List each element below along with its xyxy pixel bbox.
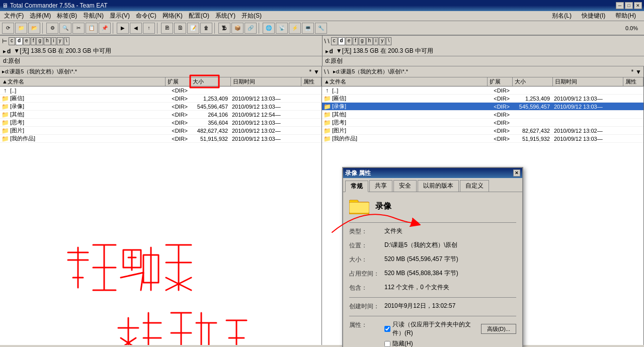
tb-btn-12[interactable]: 🖹: [161, 23, 173, 34]
close-button[interactable]: ✕: [634, 2, 642, 9]
percent-display: 0.0%: [625, 25, 642, 31]
dialog-contains-row: 包含： 112 个文件，0 个文件夹: [349, 283, 516, 293]
left-drive-root[interactable]: \: [64, 37, 69, 45]
title-bar-left: 🖥 Total Commander 7.55a - Team EAT: [2, 2, 108, 9]
tb-btn-18[interactable]: 🔗: [245, 23, 257, 34]
dialog-attr-label: 属性：: [349, 320, 384, 329]
left-drive-c[interactable]: c: [9, 37, 15, 45]
tb-btn-5[interactable]: 🔍: [59, 23, 71, 34]
tb-btn-22[interactable]: 💻: [302, 23, 314, 34]
dialog-attr-row: 属性： 只读（仅应用于文件夹中的文件）(R) 高级(D)... 隐藏(H): [349, 320, 516, 347]
tb-btn-14[interactable]: 📝: [187, 23, 199, 34]
minimize-button[interactable]: ─: [616, 2, 624, 9]
dialog-body: 录像 类型： 文件夹 位置： D:\课题5（我的文档）\原创 大小： 520 M…: [343, 192, 522, 347]
tb-btn-11[interactable]: ↑: [143, 23, 155, 34]
menu-system[interactable]: 系统(Y): [212, 11, 238, 21]
dialog-icon-row: 录像: [349, 198, 516, 214]
tab-share[interactable]: 共享: [369, 180, 392, 192]
tb-sep-1: [42, 23, 44, 34]
right-drive-btn2[interactable]: d: [329, 48, 334, 55]
toolbar: ⟳ 📁 📂 ⚙ 🔍 ✂ 📋 📌 ▶ ◀ ↑ 🖹 🖺 📝 🗑 🗜 📦 🔗 🌐 📡 …: [0, 21, 644, 35]
dialog-type-row: 类型： 文件夹: [349, 227, 516, 237]
menu-cmd[interactable]: 命令(C): [133, 11, 159, 21]
left-drive-e[interactable]: e: [23, 37, 30, 45]
dialog-sep-2: [349, 297, 516, 298]
dialog-disksize-row: 占用空间： 520 MB (545,808,384 字节): [349, 269, 516, 279]
tb-btn-23[interactable]: 🔧: [315, 23, 327, 34]
tb-btn-20[interactable]: 📡: [276, 23, 288, 34]
left-drive-i[interactable]: i: [51, 37, 56, 45]
left-drive-g[interactable]: g: [36, 37, 43, 45]
left-drive-f[interactable]: f: [31, 37, 36, 45]
right-drive-y[interactable]: y: [379, 37, 385, 45]
left-drive-btn[interactable]: d: [6, 48, 12, 55]
dialog-contains-label: 包含：: [349, 283, 384, 292]
menu-select[interactable]: 选择(M): [27, 11, 54, 21]
advanced-button[interactable]: 高级(D)...: [481, 324, 516, 334]
main-area: ▸d:课题5（我的文档）\原创\*.* * ▼ ▲文件名 扩展 大小 日期时间 …: [0, 66, 644, 345]
left-drive-h[interactable]: h: [44, 37, 51, 45]
right-drive-root[interactable]: \: [386, 37, 391, 45]
tb-btn-13[interactable]: 🖺: [174, 23, 186, 34]
tb-btn-21[interactable]: ⚡: [289, 23, 301, 34]
tb-sep-3: [157, 23, 159, 34]
right-drive-c[interactable]: c: [331, 37, 338, 45]
tb-btn-6[interactable]: ✂: [72, 23, 85, 34]
menu-start[interactable]: 开始(S): [238, 11, 265, 21]
tb-btn-7[interactable]: 📋: [86, 23, 98, 34]
maximize-button[interactable]: □: [625, 2, 633, 9]
menu-config[interactable]: 配置(O): [186, 11, 212, 21]
tb-btn-3[interactable]: 📂: [28, 23, 40, 34]
menu-file[interactable]: 文件(F): [1, 11, 27, 21]
dialog-location-value: D:\课题5（我的文档）\原创: [384, 241, 457, 249]
tb-btn-17[interactable]: 📦: [231, 23, 244, 34]
dialog-close-button[interactable]: ✕: [513, 169, 520, 177]
svg-rect-2: [349, 202, 369, 213]
tb-btn-8[interactable]: 📌: [99, 23, 111, 34]
menu-net[interactable]: 网络(K): [159, 11, 186, 21]
left-folder-label: d:原创: [3, 57, 20, 65]
readonly-checkbox[interactable]: [384, 326, 390, 332]
right-drive-d[interactable]: d: [338, 37, 345, 45]
tb-btn-16[interactable]: 🗜: [218, 23, 230, 34]
menu-tab[interactable]: 标签(B): [54, 11, 80, 21]
tab-general[interactable]: 常规: [345, 181, 368, 192]
right-drive-f[interactable]: f: [353, 37, 358, 45]
dialog-folder-icon: [349, 198, 369, 214]
hidden-checkbox[interactable]: [384, 341, 390, 347]
right-drive-i[interactable]: i: [373, 37, 378, 45]
right-drive-h[interactable]: h: [366, 37, 373, 45]
tb-sep-2: [113, 23, 115, 34]
tb-btn-10[interactable]: ◀: [130, 23, 142, 34]
tb-btn-15[interactable]: 🗑: [200, 23, 212, 34]
tab-custom[interactable]: 自定义: [460, 180, 489, 192]
dialog-hidden-row: 隐藏(H): [384, 339, 516, 347]
dialog-type-value: 文件夹: [384, 227, 403, 235]
tb-sep-5: [259, 23, 261, 34]
dialog-created-label: 创建时间：: [349, 302, 384, 311]
left-disk-info: ▼[无] 138.5 GB 在 200.3 GB 中可用: [12, 47, 111, 55]
right-drive-e[interactable]: e: [346, 37, 353, 45]
menu-bar: 文件(F) 选择(M) 标签(B) 导航(N) 显示(V) 命令(C) 网络(K…: [0, 11, 644, 21]
menu-nav[interactable]: 导航(N): [80, 11, 107, 21]
tb-btn-19[interactable]: 🌐: [263, 23, 275, 34]
tab-security[interactable]: 安全: [393, 180, 417, 192]
left-drive-y[interactable]: y: [57, 37, 63, 45]
title-bar-controls: ─ □ ✕: [616, 2, 642, 9]
tb-btn-1[interactable]: ⟳: [2, 23, 14, 34]
dialog-readonly-row: 只读（仅应用于文件夹中的文件）(R) 高级(D)...: [384, 320, 516, 337]
tb-btn-4[interactable]: ⚙: [46, 23, 58, 34]
menu-shortcut[interactable]: 快捷键(I): [579, 11, 608, 21]
properties-dialog: 录像 属性 ✕ 常规 共享 安全 以前的版本 自定义: [342, 167, 523, 347]
right-drive-bar: \ \ c d e f g h i y \: [323, 35, 645, 46]
right-drive-g[interactable]: g: [359, 37, 366, 45]
menu-view[interactable]: 显示(V): [107, 11, 133, 21]
right-folder-label: d:原创: [326, 57, 343, 65]
tb-btn-2[interactable]: 📁: [15, 23, 27, 34]
dialog-sep-1: [349, 222, 516, 223]
left-drive-d[interactable]: d: [16, 37, 23, 45]
menu-rename[interactable]: 别名(L): [549, 11, 575, 21]
tb-btn-9[interactable]: ▶: [117, 23, 129, 34]
tab-previous[interactable]: 以前的版本: [418, 180, 459, 192]
menu-help[interactable]: 帮助(H): [612, 11, 639, 21]
